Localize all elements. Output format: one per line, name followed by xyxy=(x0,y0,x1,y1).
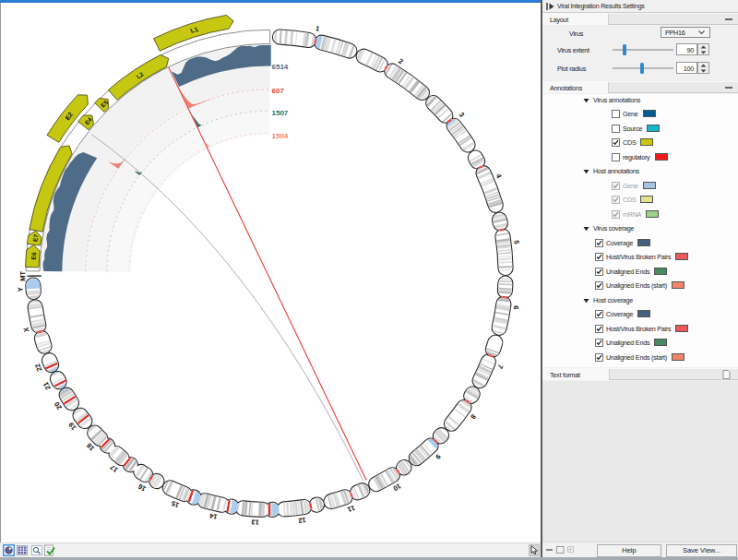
svg-text:1: 1 xyxy=(315,24,320,33)
svg-text:1504: 1504 xyxy=(272,132,289,140)
svg-text:6514: 6514 xyxy=(272,63,289,71)
svg-text:11: 11 xyxy=(346,504,355,514)
svg-text:1507: 1507 xyxy=(272,109,289,117)
svg-text:22: 22 xyxy=(33,363,43,373)
svg-text:5: 5 xyxy=(512,240,520,244)
svg-text:E6: E6 xyxy=(30,252,37,260)
svg-text:MT: MT xyxy=(18,271,27,281)
svg-text:X: X xyxy=(22,327,31,333)
svg-text:Y: Y xyxy=(16,287,24,292)
svg-text:13: 13 xyxy=(251,518,259,526)
svg-text:E7: E7 xyxy=(31,233,39,242)
svg-text:607: 607 xyxy=(272,87,285,95)
svg-text:12: 12 xyxy=(298,516,306,525)
svg-text:2: 2 xyxy=(398,57,405,66)
svg-text:9: 9 xyxy=(434,452,442,460)
svg-text:6: 6 xyxy=(512,305,520,310)
svg-text:4: 4 xyxy=(494,173,504,180)
svg-text:7: 7 xyxy=(495,363,505,370)
